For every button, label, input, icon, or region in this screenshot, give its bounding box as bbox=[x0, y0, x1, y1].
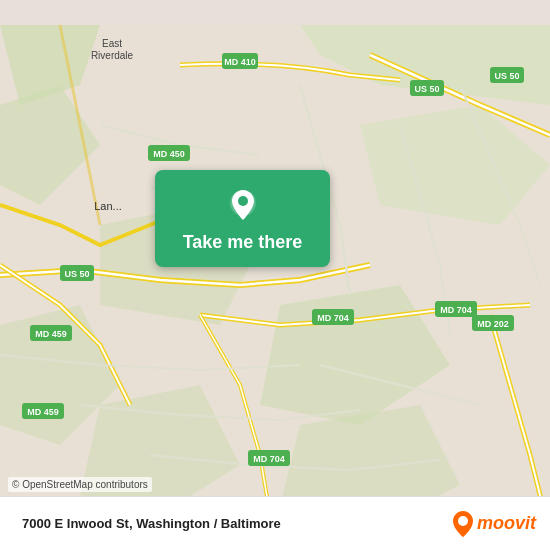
svg-text:MD 704: MD 704 bbox=[440, 305, 472, 315]
svg-text:US 50: US 50 bbox=[414, 84, 439, 94]
svg-point-38 bbox=[458, 516, 468, 526]
osm-attribution: © OpenStreetMap contributors bbox=[8, 477, 152, 492]
svg-text:US 50: US 50 bbox=[494, 71, 519, 81]
take-me-there-button[interactable]: Take me there bbox=[155, 170, 330, 267]
svg-text:Riverdale: Riverdale bbox=[91, 50, 134, 61]
button-label: Take me there bbox=[183, 232, 303, 253]
svg-text:MD 410: MD 410 bbox=[224, 57, 256, 67]
svg-point-37 bbox=[238, 196, 248, 206]
svg-text:East: East bbox=[102, 38, 122, 49]
svg-text:MD 459: MD 459 bbox=[27, 407, 59, 417]
map-pin-icon bbox=[225, 188, 261, 224]
svg-text:MD 450: MD 450 bbox=[153, 149, 185, 159]
moovit-logo: moovit bbox=[452, 510, 536, 538]
moovit-pin-icon bbox=[452, 510, 474, 538]
bottom-bar: 7000 E Inwood St, Washington / Baltimore… bbox=[0, 496, 550, 550]
moovit-brand-text: moovit bbox=[477, 513, 536, 534]
map-container: MD 410 US 50 US 50 MD 459 US 50 MD 704 M… bbox=[0, 0, 550, 550]
svg-text:MD 704: MD 704 bbox=[317, 313, 349, 323]
svg-text:MD 202: MD 202 bbox=[477, 319, 509, 329]
svg-text:US 50: US 50 bbox=[64, 269, 89, 279]
svg-text:MD 704: MD 704 bbox=[253, 454, 285, 464]
svg-text:MD 459: MD 459 bbox=[35, 329, 67, 339]
address-text: 7000 E Inwood St, Washington / Baltimore bbox=[22, 516, 452, 531]
svg-text:Lan...: Lan... bbox=[94, 200, 122, 212]
map-background: MD 410 US 50 US 50 MD 459 US 50 MD 704 M… bbox=[0, 0, 550, 550]
